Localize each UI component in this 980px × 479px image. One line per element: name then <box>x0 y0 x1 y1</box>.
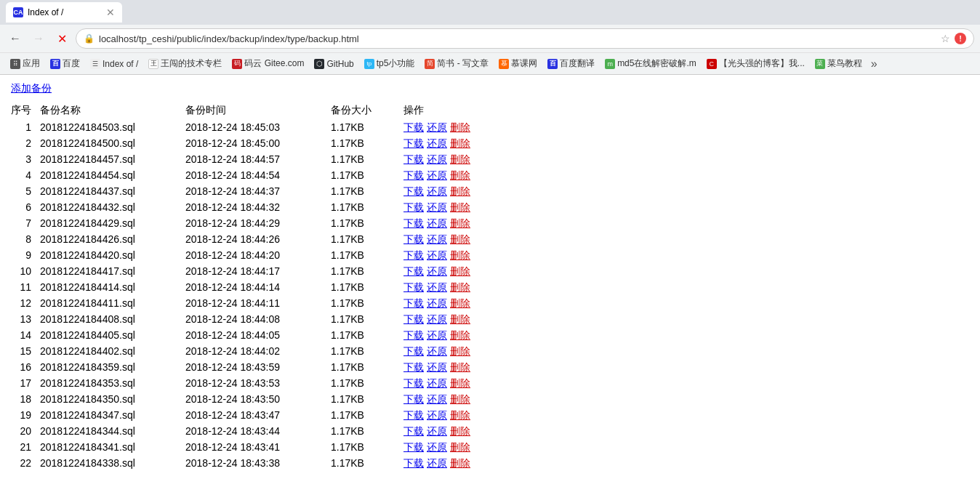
cell-name: 20181224184429.sql <box>40 217 185 230</box>
delete-link[interactable]: 删除 <box>450 217 470 230</box>
restore-link[interactable]: 还原 <box>427 153 447 166</box>
bookmark-gitee[interactable]: 码 码云 Gitee.com <box>228 56 308 71</box>
restore-link[interactable]: 还原 <box>427 281 447 294</box>
bookmark-tp5[interactable]: tp tp5小功能 <box>360 56 419 71</box>
restore-link[interactable]: 还原 <box>427 217 447 230</box>
forward-button[interactable]: → <box>29 29 48 48</box>
bookmark-gtq-label: 【光头强的博客】我... <box>719 57 805 70</box>
bookmark-bd[interactable]: 百 百度翻译 <box>543 56 599 71</box>
restore-link[interactable]: 还原 <box>427 409 447 422</box>
bookmark-gtq[interactable]: C 【光头强的博客】我... <box>702 56 809 71</box>
header-size: 备份大小 <box>331 104 403 117</box>
bookmark-baidu[interactable]: 百 百度 <box>46 56 84 71</box>
download-link[interactable]: 下载 <box>403 121 424 134</box>
download-link[interactable]: 下载 <box>403 409 424 422</box>
delete-link[interactable]: 删除 <box>450 457 470 470</box>
download-link[interactable]: 下载 <box>403 313 424 326</box>
delete-link[interactable]: 删除 <box>450 409 470 422</box>
delete-link[interactable]: 删除 <box>450 441 470 454</box>
download-link[interactable]: 下载 <box>403 169 424 182</box>
restore-link[interactable]: 还原 <box>427 121 447 134</box>
bookmark-jj[interactable]: 简 简书 - 写文章 <box>420 56 493 71</box>
restore-link[interactable]: 还原 <box>427 329 447 342</box>
restore-link[interactable]: 还原 <box>427 313 447 326</box>
download-link[interactable]: 下载 <box>403 457 424 470</box>
active-tab[interactable]: CA Index of / ✕ <box>6 2 122 23</box>
add-backup-link[interactable]: 添加备份 <box>11 82 52 95</box>
bookmark-index[interactable]: ☰ Index of / <box>86 57 142 71</box>
download-link[interactable]: 下载 <box>403 217 424 230</box>
more-bookmarks-button[interactable]: » <box>868 57 880 71</box>
table-row: 21 20181224184341.sql 2018-12-24 18:43:4… <box>11 440 969 456</box>
download-link[interactable]: 下载 <box>403 137 424 150</box>
delete-link[interactable]: 删除 <box>450 345 470 358</box>
back-button[interactable]: ← <box>6 29 25 48</box>
download-link[interactable]: 下载 <box>403 425 424 438</box>
restore-link[interactable]: 还原 <box>427 297 447 310</box>
delete-link[interactable]: 删除 <box>450 313 470 326</box>
delete-link[interactable]: 删除 <box>450 265 470 278</box>
cell-actions: 下载 还原 删除 <box>403 153 520 166</box>
delete-link[interactable]: 删除 <box>450 233 470 246</box>
bookmark-wj[interactable]: 王 王闯的技术专栏 <box>144 56 226 71</box>
delete-link[interactable]: 删除 <box>450 121 470 134</box>
tab-close-button[interactable]: ✕ <box>106 7 115 18</box>
download-link[interactable]: 下载 <box>403 297 424 310</box>
bookmark-github[interactable]: ⬡ GitHub <box>310 57 358 71</box>
close-button[interactable]: ✕ <box>52 29 71 48</box>
bookmark-cn[interactable]: 菜 菜鸟教程 <box>811 56 867 71</box>
download-link[interactable]: 下载 <box>403 329 424 342</box>
delete-link[interactable]: 删除 <box>450 137 470 150</box>
bookmark-apps[interactable]: ⠿ 应用 <box>6 56 44 71</box>
delete-link[interactable]: 删除 <box>450 393 470 406</box>
delete-link[interactable]: 删除 <box>450 201 470 214</box>
header-time: 备份时间 <box>185 104 331 117</box>
cell-actions: 下载 还原 删除 <box>403 345 520 358</box>
restore-link[interactable]: 还原 <box>427 201 447 214</box>
download-link[interactable]: 下载 <box>403 345 424 358</box>
delete-link[interactable]: 删除 <box>450 329 470 342</box>
restore-link[interactable]: 还原 <box>427 249 447 262</box>
delete-link[interactable]: 删除 <box>450 361 470 374</box>
cell-actions: 下载 还原 删除 <box>403 121 520 134</box>
delete-link[interactable]: 删除 <box>450 377 470 390</box>
restore-link[interactable]: 还原 <box>427 361 447 374</box>
address-bar[interactable]: 🔒 localhost/tp_ceshi/public/index/backup… <box>76 28 974 49</box>
warning-icon: ! <box>955 33 966 44</box>
download-link[interactable]: 下载 <box>403 249 424 262</box>
download-link[interactable]: 下载 <box>403 265 424 278</box>
restore-link[interactable]: 还原 <box>427 441 447 454</box>
restore-link[interactable]: 还原 <box>427 185 447 198</box>
download-link[interactable]: 下载 <box>403 393 424 406</box>
cell-time: 2018-12-24 18:44:08 <box>185 313 331 326</box>
restore-link[interactable]: 还原 <box>427 393 447 406</box>
download-link[interactable]: 下载 <box>403 185 424 198</box>
restore-link[interactable]: 还原 <box>427 377 447 390</box>
restore-link[interactable]: 还原 <box>427 233 447 246</box>
restore-link[interactable]: 还原 <box>427 265 447 278</box>
download-link[interactable]: 下载 <box>403 201 424 214</box>
delete-link[interactable]: 删除 <box>450 185 470 198</box>
delete-link[interactable]: 删除 <box>450 425 470 438</box>
bookmark-md5[interactable]: m md5在线解密破解.m <box>601 56 701 71</box>
restore-link[interactable]: 还原 <box>427 425 447 438</box>
bookmark-mk[interactable]: 慕 慕课网 <box>494 56 542 71</box>
download-link[interactable]: 下载 <box>403 153 424 166</box>
restore-link[interactable]: 还原 <box>427 345 447 358</box>
delete-link[interactable]: 删除 <box>450 297 470 310</box>
delete-link[interactable]: 删除 <box>450 153 470 166</box>
download-link[interactable]: 下载 <box>403 281 424 294</box>
restore-link[interactable]: 还原 <box>427 457 447 470</box>
delete-link[interactable]: 删除 <box>450 249 470 262</box>
download-link[interactable]: 下载 <box>403 233 424 246</box>
restore-link[interactable]: 还原 <box>427 137 447 150</box>
download-link[interactable]: 下载 <box>403 361 424 374</box>
bookmark-star-icon[interactable]: ☆ <box>941 33 950 44</box>
download-link[interactable]: 下载 <box>403 377 424 390</box>
restore-link[interactable]: 还原 <box>427 169 447 182</box>
delete-link[interactable]: 删除 <box>450 281 470 294</box>
table-row: 11 20181224184414.sql 2018-12-24 18:44:1… <box>11 280 969 296</box>
download-link[interactable]: 下载 <box>403 441 424 454</box>
delete-link[interactable]: 删除 <box>450 169 470 182</box>
cell-actions: 下载 还原 删除 <box>403 185 520 198</box>
